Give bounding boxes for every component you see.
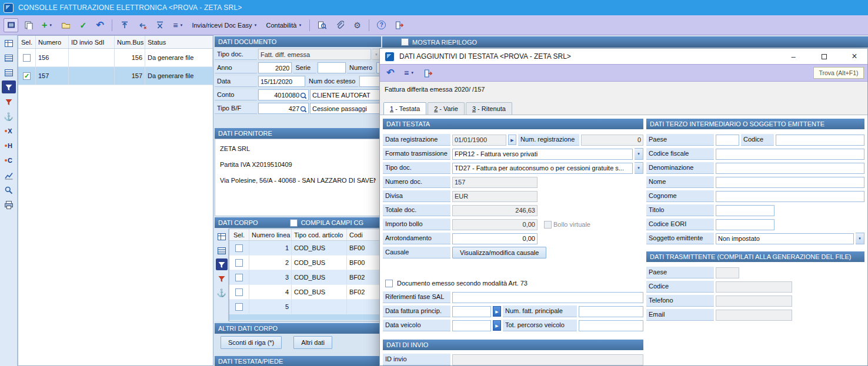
tab-testata[interactable]: 1 - Testata — [383, 102, 426, 115]
send-file-button[interactable] — [117, 18, 132, 32]
arrotondamento-field[interactable]: 0,00 — [452, 233, 538, 244]
receive-file-button[interactable] — [135, 18, 149, 32]
formato-trasmissione-dropdown[interactable]: ▼ — [635, 148, 643, 160]
column-header-status[interactable]: Status — [145, 36, 213, 48]
find-box[interactable]: Trova (Alt+F1) — [813, 67, 864, 79]
cognome-field[interactable] — [716, 191, 864, 202]
data-field[interactable]: 15/11/2020 — [258, 76, 305, 87]
soggetto-emittente-dropdown[interactable]: ▼ — [856, 233, 864, 244]
date-picker-button[interactable]: ▶ — [493, 306, 501, 317]
tipo-doc-field[interactable]: TD27 - Fattura per autoconsumo o per ces… — [452, 163, 633, 174]
close-button[interactable]: × — [842, 49, 867, 63]
codice-eori-field[interactable] — [716, 219, 774, 230]
column-header-num-bus[interactable]: Num.Bus — [115, 36, 145, 48]
sidebar-item-rows[interactable] — [2, 66, 16, 79]
row-checkbox[interactable] — [235, 288, 243, 296]
invia-ricevi-doceasy-button[interactable]: Invia/ricevi Doc Easy▼ — [189, 18, 260, 32]
column-header-sel[interactable]: Sel. — [229, 229, 249, 240]
sidebar-item-print[interactable] — [2, 198, 16, 211]
serie-field[interactable] — [318, 62, 346, 73]
paese-field[interactable] — [716, 135, 739, 146]
confirm-button[interactable]: ✓ — [76, 18, 90, 32]
tipo-doc-dropdown[interactable]: ▼ — [635, 162, 643, 174]
num-fatt-principale-field[interactable] — [579, 306, 643, 317]
column-header-sel[interactable]: Sel. — [18, 36, 36, 48]
row-checkbox[interactable] — [235, 259, 243, 267]
codice-field[interactable] — [776, 135, 864, 146]
tab-varie[interactable]: 2 - Varie — [428, 102, 465, 115]
corpo-anchor-button[interactable]: ⚓ — [216, 287, 228, 298]
num-doc-esteso-field[interactable] — [359, 76, 381, 87]
row-checkbox[interactable] — [235, 244, 243, 252]
codice-fiscale-field[interactable] — [716, 149, 864, 160]
exit-button[interactable] — [392, 18, 406, 32]
sidebar-item-filter-alt[interactable] — [2, 95, 16, 108]
denominazione-field[interactable] — [716, 163, 864, 174]
corpo-filter-button[interactable] — [216, 258, 228, 270]
maximize-button[interactable] — [811, 49, 837, 63]
column-header-id-invio-sdi[interactable]: ID invio SdI — [69, 36, 115, 48]
column-header-codice[interactable]: Codi — [347, 229, 380, 240]
table-row[interactable]: 5 — [229, 300, 380, 314]
sidebar-item-x[interactable]: X — [2, 125, 16, 137]
row-checkbox[interactable] — [23, 54, 31, 62]
corpo-filter-red-button[interactable] — [216, 273, 228, 284]
sidebar-item-h[interactable]: H — [2, 139, 16, 152]
nome-field[interactable] — [716, 177, 864, 188]
help-button[interactable]: ? — [374, 18, 389, 32]
column-header-numero[interactable]: Numero — [36, 36, 69, 48]
table-row[interactable]: 2 COD_BUS BF00 — [229, 256, 380, 270]
row-checkbox-checked[interactable]: ✓ — [23, 72, 31, 80]
cancel-file-button[interactable] — [152, 18, 167, 32]
anno-field[interactable]: 2020 — [258, 62, 292, 73]
table-row[interactable]: 156 156 Da generare file — [18, 49, 213, 67]
panel-button[interactable] — [4, 18, 18, 32]
table-row[interactable]: ✓ 157 157 Da generare file — [18, 67, 213, 85]
mostra-riepilogo-checkbox[interactable] — [401, 38, 409, 46]
row-checkbox[interactable] — [235, 303, 243, 311]
table-row[interactable]: 3 COD_BUS BF02 — [229, 270, 380, 285]
data-fattura-princip-field[interactable] — [452, 306, 491, 317]
copy-button[interactable] — [21, 18, 36, 32]
conto-field[interactable]: 4010080 — [258, 89, 309, 100]
undo-button[interactable]: ↶ — [93, 18, 107, 32]
settings-button[interactable]: ⚙ — [350, 18, 364, 32]
art73-checkbox[interactable] — [385, 280, 393, 287]
altri-dati-button[interactable]: Altri dati — [293, 336, 332, 349]
sidebar-item-list[interactable] — [2, 51, 16, 64]
sidebar-item-grid[interactable] — [2, 36, 16, 49]
data-veicolo-field[interactable] — [452, 320, 491, 331]
sidebar-item-search[interactable] — [2, 183, 16, 196]
corpo-list-button[interactable] — [216, 244, 228, 256]
open-button[interactable] — [58, 18, 73, 32]
sconti-di-riga-button[interactable]: Sconti di riga (*) — [221, 336, 282, 349]
row-checkbox[interactable] — [235, 274, 243, 281]
tipo-bf-field[interactable]: 427 — [258, 103, 309, 114]
menu-button[interactable]: ≡▼ — [170, 18, 186, 32]
riferimenti-sal-field[interactable] — [452, 292, 643, 303]
lookup-icon[interactable] — [299, 92, 306, 99]
tab-ritenuta[interactable]: 3 - Ritenuta — [466, 102, 512, 115]
titolo-field[interactable] — [716, 205, 774, 216]
attachments-button[interactable] — [332, 18, 347, 32]
corpo-grid-button[interactable] — [216, 230, 228, 242]
compila-campi-cg-checkbox[interactable] — [290, 219, 298, 227]
visualizza-modifica-causale-button[interactable]: Visualizza/modifica causale — [452, 247, 546, 258]
menu-button[interactable]: ≡▼ — [401, 66, 417, 80]
search-document-button[interactable] — [315, 18, 329, 32]
formato-trasmissione-field[interactable]: FPR12 - Fattura verso privati — [452, 149, 633, 160]
sidebar-item-anchor[interactable]: ⚓ — [2, 110, 16, 123]
minimize-button[interactable]: – — [780, 49, 806, 63]
sidebar-item-filter[interactable] — [2, 80, 16, 93]
column-header-tipo-cod[interactable]: Tipo cod. articolo — [292, 229, 347, 240]
table-row[interactable]: 1 COD_BUS BF00 — [229, 241, 380, 256]
undo-button[interactable]: ↶ — [383, 66, 398, 80]
column-header-numero-linea[interactable]: Numero linea — [249, 229, 292, 240]
exit-button[interactable] — [420, 66, 435, 80]
sidebar-item-chart[interactable] — [2, 169, 16, 182]
add-button[interactable]: +▼ — [39, 18, 55, 32]
contabilita-button[interactable]: Contabilità▼ — [263, 18, 305, 32]
lookup-icon[interactable] — [299, 105, 306, 112]
date-picker-button[interactable]: ▶ — [493, 320, 501, 331]
soggetto-emittente-field[interactable]: Non impostato — [716, 233, 854, 244]
